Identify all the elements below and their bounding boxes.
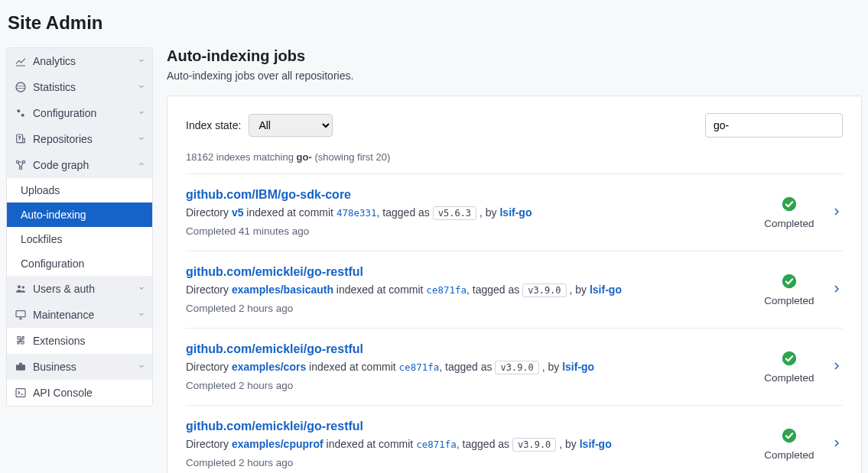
chevron-down-icon xyxy=(137,55,146,67)
job-repo-link[interactable]: github.com/emicklei/go-restful xyxy=(186,420,748,433)
users-icon xyxy=(15,283,27,295)
source-repository-icon xyxy=(15,133,27,145)
chevron-down-icon xyxy=(137,107,146,119)
sidebar-item-api-console[interactable]: API Console xyxy=(7,380,152,406)
sidebar-item-configuration[interactable]: Configuration xyxy=(7,100,152,126)
job-indexer-link[interactable]: lsif-go xyxy=(580,438,612,450)
job-commit-link[interactable]: ce871fa xyxy=(416,439,457,450)
svg-rect-9 xyxy=(16,311,25,317)
sidebar-item-label: Analytics xyxy=(33,55,76,67)
sidebar-item-analytics[interactable]: Analytics xyxy=(7,48,152,74)
job-row[interactable]: github.com/emicklei/go-restful Directory… xyxy=(186,251,843,328)
sidebar-item-label: Users & auth xyxy=(33,283,95,295)
job-tag: v3.9.0 xyxy=(522,283,566,297)
graph-icon xyxy=(15,159,27,171)
sidebar-subitem-uploads[interactable]: Uploads xyxy=(7,178,152,202)
check-circle-icon xyxy=(781,434,798,446)
job-row[interactable]: github.com/emicklei/go-restful Directory… xyxy=(186,405,843,473)
check-circle-icon xyxy=(781,202,798,215)
gears-icon xyxy=(15,107,27,119)
svg-point-7 xyxy=(18,285,21,288)
sidebar-item-repositories[interactable]: Repositories xyxy=(7,126,152,152)
job-row[interactable]: github.com/IBM/go-sdk-core Directory v5 … xyxy=(186,173,843,251)
globe-icon xyxy=(15,81,27,93)
job-meta: Directory v5 indexed at commit 478e331, … xyxy=(186,205,748,221)
chevron-right-icon[interactable] xyxy=(831,360,843,374)
puzzle-icon xyxy=(15,335,27,347)
job-tag: v3.9.0 xyxy=(495,361,538,374)
sidebar-item-business[interactable]: Business xyxy=(7,354,152,380)
job-commit-link[interactable]: 478e331 xyxy=(336,207,377,219)
sidebar-item-label: Repositories xyxy=(33,133,93,145)
svg-point-8 xyxy=(22,286,24,288)
briefcase-icon xyxy=(15,361,27,373)
job-meta: Directory examples/basicauth indexed at … xyxy=(186,282,748,298)
sidebar-item-label: Code graph xyxy=(33,159,89,171)
sidebar-subitem-configuration[interactable]: Configuration xyxy=(7,251,152,276)
job-repo-link[interactable]: github.com/emicklei/go-restful xyxy=(186,265,748,279)
index-state-select[interactable]: All xyxy=(249,114,333,137)
sidebar-subitem-auto-indexing[interactable]: Auto-indexing xyxy=(7,202,152,227)
svg-point-15 xyxy=(782,352,796,365)
job-time: Completed 41 minutes ago xyxy=(186,225,748,237)
chevron-down-icon xyxy=(137,133,146,145)
job-indexer-link[interactable]: lsif-go xyxy=(590,283,622,296)
monitor-icon xyxy=(15,309,27,321)
chevron-up-icon xyxy=(137,159,146,171)
job-indexer-link[interactable]: lsif-go xyxy=(499,206,532,219)
sidebar-item-label: Configuration xyxy=(33,107,96,119)
sidebar-item-label: Extensions xyxy=(33,335,85,347)
main-subtitle: Auto-indexing jobs over all repositories… xyxy=(167,70,862,82)
job-directory-link[interactable]: v5 xyxy=(232,206,244,219)
job-directory-link[interactable]: examples/basicauth xyxy=(232,283,333,296)
job-indexer-link[interactable]: lsif-go xyxy=(562,361,594,373)
job-time: Completed 2 hours ago xyxy=(186,380,748,391)
sidebar-item-code-graph[interactable]: Code graph xyxy=(7,152,152,178)
page-title: Site Admin xyxy=(0,0,868,47)
main-title: Auto-indexing jobs xyxy=(167,47,862,65)
job-status: Completed xyxy=(759,196,820,229)
sidebar-item-maintenance[interactable]: Maintenance xyxy=(7,302,152,328)
chevron-down-icon xyxy=(137,283,146,295)
main-content: Auto-indexing jobs Auto-indexing jobs ov… xyxy=(167,47,862,473)
svg-point-16 xyxy=(782,429,796,442)
job-commit-link[interactable]: ce871fa xyxy=(399,361,440,373)
job-directory-link[interactable]: examples/cors xyxy=(232,361,306,373)
sidebar-item-label: API Console xyxy=(33,387,93,399)
job-status-label: Completed xyxy=(759,295,820,306)
jobs-panel: Index state: All 18162 indexes matching … xyxy=(167,96,862,473)
job-status-label: Completed xyxy=(759,449,820,461)
svg-rect-10 xyxy=(16,364,25,370)
chevron-right-icon[interactable] xyxy=(831,283,843,297)
sidebar-subitem-lockfiles[interactable]: Lockfiles xyxy=(7,227,152,251)
search-input[interactable] xyxy=(705,113,843,138)
job-status: Completed xyxy=(759,273,820,306)
job-directory-link[interactable]: examples/cpuprof xyxy=(232,438,323,450)
svg-point-1 xyxy=(21,114,24,117)
sidebar-item-statistics[interactable]: Statistics xyxy=(7,74,152,100)
chevron-down-icon xyxy=(137,361,146,373)
job-info: github.com/IBM/go-sdk-core Directory v5 … xyxy=(186,188,748,237)
job-tag: v5.6.3 xyxy=(433,206,476,220)
sidebar-item-label: Statistics xyxy=(33,81,76,93)
chevron-down-icon xyxy=(137,81,146,93)
job-repo-link[interactable]: github.com/IBM/go-sdk-core xyxy=(186,188,748,202)
job-row[interactable]: github.com/emicklei/go-restful Directory… xyxy=(186,328,843,405)
sidebar-item-users-auth[interactable]: Users & auth xyxy=(7,276,152,302)
job-repo-link[interactable]: github.com/emicklei/go-restful xyxy=(186,342,748,356)
job-commit-link[interactable]: ce871fa xyxy=(426,284,467,296)
job-time: Completed 2 hours ago xyxy=(186,457,748,468)
svg-rect-11 xyxy=(16,389,25,397)
chevron-right-icon[interactable] xyxy=(831,437,843,452)
chart-line-icon xyxy=(15,55,27,67)
job-status-label: Completed xyxy=(759,218,820,229)
job-tag: v3.9.0 xyxy=(512,438,556,452)
svg-point-0 xyxy=(17,109,20,112)
svg-point-14 xyxy=(782,274,796,288)
chevron-right-icon[interactable] xyxy=(831,206,843,220)
terminal-icon xyxy=(15,387,27,399)
job-info: github.com/emicklei/go-restful Directory… xyxy=(186,265,748,314)
sidebar-item-label: Business xyxy=(33,361,76,373)
sidebar-item-extensions[interactable]: Extensions xyxy=(7,328,152,354)
job-status: Completed xyxy=(759,427,820,461)
